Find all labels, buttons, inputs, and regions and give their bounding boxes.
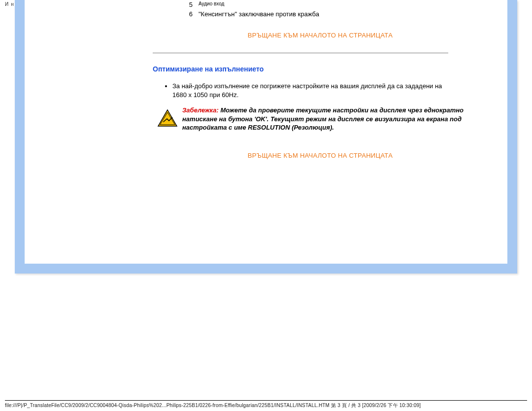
list-item-number: 5	[180, 0, 196, 9]
table-row: 6 "Кенсингтън" заключване против кражба	[180, 9, 322, 19]
table-row: 5 Аудио вход	[180, 0, 322, 9]
content-frame: 5 Аудио вход 6 "Кенсингтън" заключване п…	[15, 0, 517, 274]
back-to-top-link[interactable]: ВРЪЩАНЕ КЪМ НАЧАЛОТО НА СТРАНИЦАТА	[172, 152, 468, 159]
footer-path: file:///P|/P_TranslateFile/CC9/2009/2/CC…	[5, 400, 527, 409]
list-item-number: 6	[180, 9, 196, 19]
note-body: Можете да проверите текущите настройки н…	[182, 106, 464, 131]
section-divider	[153, 53, 448, 53]
list-item-text: "Кенсингтън" заключване против кражба	[196, 9, 322, 19]
note-label: Забележка:	[182, 106, 219, 114]
list-item-text: Аудио вход	[196, 0, 322, 9]
note-text: Забележка: Можете да проверите текущите …	[182, 106, 468, 132]
section-heading: Оптимизиране на изпълнението	[153, 65, 488, 73]
warning-icon	[153, 106, 182, 128]
body-list: За най-добро изпълнение се погрижете нас…	[172, 82, 448, 99]
note-row: Забележка: Можете да проверите текущите …	[153, 106, 468, 132]
ports-list: 5 Аудио вход 6 "Кенсингтън" заключване п…	[180, 0, 322, 19]
list-item: За най-добро изпълнение се погрижете нас…	[172, 82, 448, 99]
content-area: 5 Аудио вход 6 "Кенсингтън" заключване п…	[153, 0, 488, 172]
svg-point-2	[171, 117, 173, 119]
back-to-top-link[interactable]: ВРЪЩАНЕ КЪМ НАЧАЛОТО НА СТРАНИЦАТА	[172, 32, 468, 39]
